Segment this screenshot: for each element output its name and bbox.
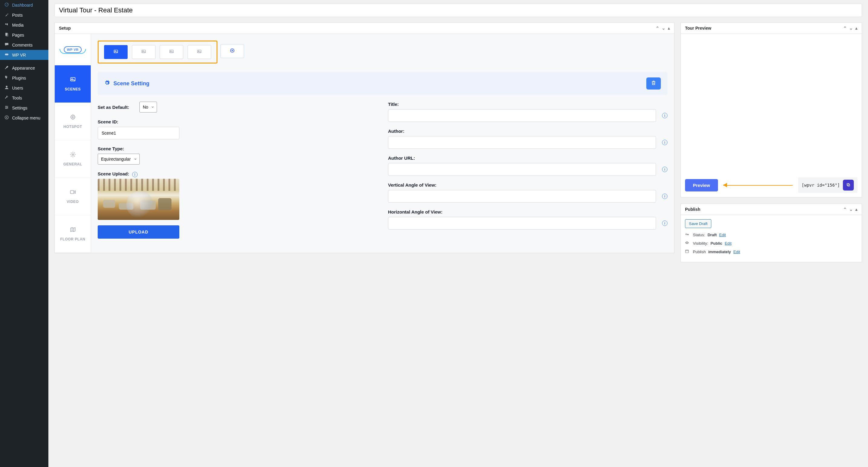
- sidebar-item-media[interactable]: Media: [0, 20, 49, 30]
- info-icon[interactable]: i: [662, 140, 668, 145]
- image-icon: [70, 76, 76, 84]
- sliders-icon: [4, 105, 10, 111]
- move-down-icon[interactable]: ⌄: [849, 26, 853, 31]
- svg-rect-28: [685, 250, 688, 253]
- svg-rect-22: [197, 50, 201, 53]
- add-scene-button[interactable]: [220, 44, 244, 58]
- svg-rect-16: [114, 50, 118, 53]
- upload-button[interactable]: UPLOAD: [98, 225, 179, 239]
- sidebar-collapse[interactable]: Collapse menu: [0, 113, 49, 123]
- scene-type-select[interactable]: Equirectangular: [98, 154, 140, 164]
- svg-rect-20: [170, 50, 173, 53]
- image-icon: [114, 49, 118, 55]
- svg-point-9: [5, 116, 8, 119]
- toggle-icon[interactable]: ▴: [855, 26, 858, 31]
- wrench-icon: [4, 95, 10, 100]
- sidebar-item-tools[interactable]: Tools: [0, 93, 49, 103]
- save-draft-button[interactable]: Save Draft: [685, 219, 711, 228]
- tour-preview-header: Tour Preview: [685, 26, 711, 31]
- setup-vertical-tabs: WP VR SCENES: [55, 34, 91, 253]
- sidebar-item-appearance[interactable]: Appearance: [0, 63, 49, 73]
- scene-thumb-3[interactable]: [160, 45, 183, 59]
- author-input[interactable]: [388, 136, 656, 149]
- edit-publish-link[interactable]: Edit: [734, 250, 740, 254]
- publish-label: Publish: [693, 250, 706, 254]
- key-icon: [685, 232, 690, 237]
- status-label: Status:: [693, 232, 705, 237]
- gear-icon: [70, 152, 76, 159]
- setup-postbox: Setup ⌃ ⌄ ▴ WP VR: [55, 22, 675, 253]
- svg-rect-15: [70, 191, 74, 194]
- scene-setting-title: Scene Setting: [114, 81, 149, 87]
- toggle-icon[interactable]: ▴: [668, 26, 670, 31]
- move-up-icon[interactable]: ⌃: [656, 26, 659, 31]
- toggle-icon[interactable]: ▴: [855, 207, 858, 212]
- scene-thumb-1[interactable]: [104, 45, 128, 59]
- tab-scenes[interactable]: SCENES: [55, 65, 91, 103]
- tab-label: SCENES: [65, 87, 81, 91]
- user-icon: [4, 85, 10, 90]
- scene-id-label: Scene ID:: [98, 119, 377, 124]
- setup-header: Setup: [59, 26, 71, 31]
- map-icon: [70, 226, 76, 234]
- sidebar-item-dashboard[interactable]: Dashboard: [0, 0, 49, 10]
- sidebar-item-settings[interactable]: Settings: [0, 103, 49, 113]
- preview-canvas: [681, 34, 862, 173]
- move-down-icon[interactable]: ⌄: [849, 207, 853, 212]
- title-input[interactable]: [388, 109, 656, 122]
- svg-point-7: [7, 107, 8, 108]
- set-default-select[interactable]: No: [140, 102, 157, 113]
- move-up-icon[interactable]: ⌃: [843, 207, 847, 212]
- info-icon[interactable]: i: [132, 172, 137, 177]
- sidebar-item-posts[interactable]: Posts: [0, 10, 49, 20]
- media-icon: [4, 22, 10, 28]
- info-icon[interactable]: i: [662, 220, 668, 226]
- tab-label: FLOOR PLAN: [60, 237, 85, 241]
- title-label: Title:: [388, 102, 668, 107]
- sidebar-item-label: Media: [12, 23, 24, 28]
- svg-rect-26: [847, 183, 849, 185]
- edit-status-link[interactable]: Edit: [719, 232, 726, 237]
- page-icon: [4, 32, 10, 37]
- sidebar-item-wpvr[interactable]: WP VR: [0, 50, 49, 60]
- info-icon[interactable]: i: [662, 167, 668, 172]
- scene-thumb-4[interactable]: [187, 45, 211, 59]
- edit-visibility-link[interactable]: Edit: [725, 241, 731, 246]
- tab-floorplan[interactable]: FLOOR PLAN: [55, 215, 91, 253]
- publish-header: Publish: [685, 207, 701, 212]
- delete-scene-button[interactable]: [646, 77, 661, 90]
- tour-title-input[interactable]: [55, 4, 862, 17]
- sidebar-item-label: Collapse menu: [12, 116, 40, 120]
- tab-label: HOTSPOT: [63, 125, 82, 129]
- copy-shortcode-button[interactable]: [843, 180, 854, 191]
- tab-video[interactable]: VIDEO: [55, 178, 91, 215]
- info-icon[interactable]: i: [662, 194, 668, 199]
- copy-icon: [846, 183, 850, 188]
- sidebar-item-plugins[interactable]: Plugins: [0, 73, 49, 83]
- tab-general[interactable]: GENERAL: [55, 141, 91, 178]
- svg-rect-4: [5, 54, 8, 55]
- tab-hotspot[interactable]: HOTSPOT: [55, 103, 91, 141]
- sidebar-item-pages[interactable]: Pages: [0, 30, 49, 40]
- haov-input[interactable]: [388, 217, 656, 229]
- move-down-icon[interactable]: ⌄: [662, 26, 665, 31]
- visibility-label: Visibility:: [693, 241, 708, 246]
- tour-preview-postbox: Tour Preview ⌃ ⌄ ▴ Preview: [681, 22, 862, 197]
- scene-type-label: Scene Type:: [98, 146, 377, 151]
- svg-point-8: [6, 108, 7, 109]
- sidebar-item-comments[interactable]: Comments: [0, 40, 49, 50]
- info-icon[interactable]: i: [662, 113, 668, 118]
- scene-id-input[interactable]: [98, 127, 179, 139]
- vaov-input[interactable]: [388, 190, 656, 203]
- preview-button[interactable]: Preview: [685, 179, 718, 191]
- move-up-icon[interactable]: ⌃: [843, 26, 847, 31]
- vr-icon: [4, 52, 10, 58]
- sidebar-item-users[interactable]: Users: [0, 83, 49, 93]
- sidebar-item-label: Plugins: [12, 75, 26, 81]
- author-label: Author:: [388, 129, 668, 134]
- author-url-input[interactable]: [388, 163, 656, 176]
- scene-thumb-2[interactable]: [132, 45, 155, 59]
- author-url-label: Author URL:: [388, 155, 668, 161]
- haov-label: Horizontal Angle of View:: [388, 209, 668, 214]
- svg-point-6: [6, 106, 7, 107]
